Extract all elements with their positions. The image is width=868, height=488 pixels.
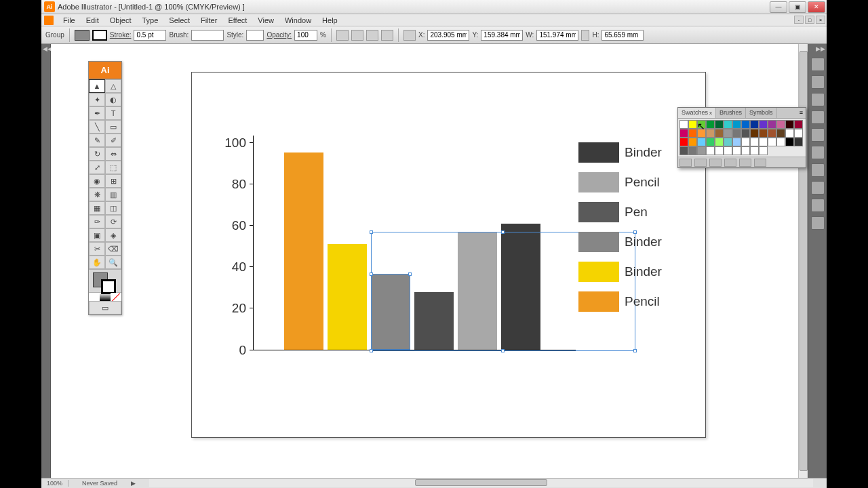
bar-4[interactable] bbox=[414, 292, 454, 350]
swatch-cell[interactable] bbox=[679, 138, 688, 146]
menu-filter[interactable]: Filter bbox=[195, 15, 222, 26]
menu-type[interactable]: Type bbox=[137, 15, 164, 26]
swatch-cell[interactable] bbox=[759, 129, 768, 138]
symbol-sprayer-tool[interactable]: ❋ bbox=[89, 188, 105, 201]
stroke-swatch[interactable] bbox=[92, 30, 107, 41]
eyedropper-tool[interactable]: ✑ bbox=[89, 215, 105, 228]
swatch-cell[interactable] bbox=[688, 146, 697, 155]
zoom-level[interactable]: 100% bbox=[41, 480, 68, 487]
menu-help[interactable]: Help bbox=[317, 15, 343, 26]
doc-minimize[interactable]: - bbox=[794, 16, 804, 24]
new-swatch-button[interactable] bbox=[739, 159, 751, 167]
menu-window[interactable]: Window bbox=[279, 15, 317, 26]
swatch-cell[interactable] bbox=[724, 138, 732, 146]
hand-tool[interactable]: ✋ bbox=[89, 256, 105, 269]
swatch-cell[interactable] bbox=[697, 129, 706, 138]
brush-input[interactable] bbox=[191, 30, 224, 41]
swatch-cell[interactable] bbox=[697, 138, 706, 146]
line-tool[interactable]: ╲ bbox=[89, 120, 105, 134]
swatch-cell[interactable] bbox=[785, 120, 794, 129]
scale-tool[interactable]: ⤢ bbox=[89, 161, 105, 174]
bar-6[interactable] bbox=[501, 224, 540, 350]
selection-tool[interactable]: ▲ bbox=[89, 79, 105, 93]
stroke-weight-input[interactable] bbox=[134, 30, 166, 41]
tab-swatches[interactable]: Swatchesx bbox=[678, 108, 716, 118]
swatch-cell[interactable] bbox=[715, 138, 724, 146]
stroke-box[interactable] bbox=[101, 279, 116, 294]
swatch-cell[interactable] bbox=[732, 120, 741, 129]
gradient-tool[interactable]: ◫ bbox=[105, 201, 121, 215]
swatch-cell[interactable] bbox=[794, 138, 803, 146]
swatch-cell[interactable] bbox=[697, 120, 706, 129]
x-input[interactable] bbox=[427, 30, 469, 41]
swatch-cell[interactable] bbox=[776, 120, 785, 129]
slice-tool[interactable]: ✂ bbox=[89, 242, 105, 256]
livepaint-selection-tool[interactable]: ◈ bbox=[105, 228, 121, 242]
swatch-cell[interactable] bbox=[741, 146, 750, 155]
swatch-cell[interactable] bbox=[741, 120, 750, 129]
lasso-tool[interactable]: ◐ bbox=[105, 93, 121, 106]
align-icon[interactable] bbox=[366, 30, 378, 41]
menu-view[interactable]: View bbox=[252, 15, 279, 26]
swatch-cell[interactable] bbox=[724, 120, 732, 129]
tab-brushes[interactable]: Brushes bbox=[716, 108, 746, 118]
free-transform-tool[interactable]: ⊞ bbox=[105, 174, 121, 188]
close-button[interactable]: ✕ bbox=[808, 1, 825, 13]
swatch-cell[interactable] bbox=[776, 129, 785, 138]
paintbrush-tool[interactable]: ✎ bbox=[89, 134, 105, 147]
swatch-cell[interactable] bbox=[706, 146, 715, 155]
delete-swatch-button[interactable] bbox=[754, 159, 766, 167]
menu-select[interactable]: Select bbox=[163, 15, 195, 26]
panel-icon-8[interactable] bbox=[811, 181, 825, 195]
fill-stroke-control[interactable] bbox=[89, 269, 121, 292]
swatch-kind-button[interactable] bbox=[694, 159, 707, 167]
swatch-cell[interactable] bbox=[715, 129, 724, 138]
right-dock[interactable]: ▶▶ bbox=[808, 44, 827, 478]
h-input[interactable] bbox=[601, 30, 644, 41]
opacity-input[interactable] bbox=[294, 30, 317, 41]
swatch-cell[interactable] bbox=[750, 120, 759, 129]
panel-icon-9[interactable] bbox=[811, 199, 825, 212]
transform-icon[interactable] bbox=[381, 30, 393, 41]
swatch-cell[interactable] bbox=[732, 129, 741, 138]
style-input[interactable] bbox=[246, 30, 264, 41]
tab-symbols[interactable]: Symbols bbox=[746, 108, 777, 118]
swatch-cell[interactable] bbox=[759, 120, 768, 129]
menu-object[interactable]: Object bbox=[104, 15, 137, 26]
bar-1[interactable] bbox=[284, 152, 323, 350]
doc-close[interactable]: × bbox=[816, 16, 825, 24]
mesh-tool[interactable]: ▦ bbox=[89, 201, 105, 215]
swatch-cell[interactable] bbox=[715, 120, 724, 129]
swatch-cell[interactable] bbox=[776, 138, 785, 146]
swatch-cell[interactable] bbox=[750, 146, 759, 155]
swatch-cell[interactable] bbox=[697, 146, 706, 155]
swatch-cell[interactable] bbox=[679, 146, 688, 155]
swatch-cell[interactable] bbox=[732, 146, 741, 155]
swatch-cell[interactable] bbox=[688, 129, 697, 138]
link-wh-icon[interactable] bbox=[581, 30, 589, 41]
menu-edit[interactable]: Edit bbox=[81, 15, 104, 26]
color-mode[interactable] bbox=[89, 293, 100, 301]
legend-item[interactable]: Pen bbox=[578, 202, 662, 222]
swatch-library-button[interactable] bbox=[679, 159, 692, 167]
minimize-button[interactable]: — bbox=[770, 1, 787, 13]
swatch-cell[interactable] bbox=[706, 120, 715, 129]
doc-restore[interactable]: □ bbox=[805, 16, 814, 24]
panel-icon-10[interactable] bbox=[811, 216, 825, 230]
swatch-cell[interactable] bbox=[785, 138, 794, 146]
pencil-tool[interactable]: ✐ bbox=[105, 134, 121, 147]
panel-icon-1[interactable] bbox=[811, 58, 825, 71]
livepaint-icon[interactable] bbox=[351, 30, 363, 41]
status-arrow-icon[interactable]: ▶ bbox=[131, 480, 136, 487]
swatch-cell[interactable] bbox=[715, 146, 724, 155]
swatch-cell[interactable] bbox=[768, 129, 776, 138]
menu-effect[interactable]: Effect bbox=[222, 15, 252, 26]
pen-tool[interactable]: ✒ bbox=[89, 106, 105, 120]
swatch-cell[interactable] bbox=[724, 129, 732, 138]
swatch-cell[interactable] bbox=[794, 120, 803, 129]
reflect-tool[interactable]: ⇔ bbox=[105, 147, 121, 161]
legend-item[interactable]: Pencil bbox=[578, 172, 662, 192]
none-mode[interactable] bbox=[111, 293, 121, 301]
swatch-cell[interactable] bbox=[679, 120, 688, 129]
swatch-cell[interactable] bbox=[732, 138, 741, 146]
